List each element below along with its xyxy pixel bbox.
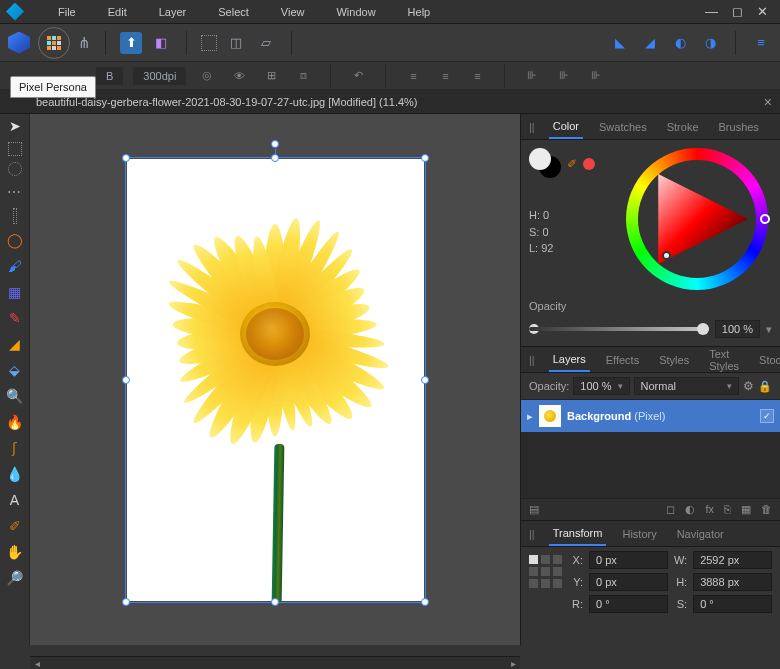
mask-icon[interactable]: ◻ bbox=[666, 503, 675, 516]
minimize-button[interactable]: — bbox=[705, 4, 718, 19]
brush-tool[interactable]: 🖌 bbox=[5, 256, 25, 276]
more-shapes-icon[interactable]: ⋯ bbox=[5, 182, 25, 202]
dpi-value[interactable]: 300dpi bbox=[133, 67, 186, 85]
layer-visible-checkbox[interactable]: ✓ bbox=[760, 409, 774, 423]
distribute-s-icon[interactable]: ⊪ bbox=[585, 65, 607, 87]
align-icon[interactable]: ≡ bbox=[750, 32, 772, 54]
magnify-tool[interactable]: 🔎 bbox=[5, 568, 25, 588]
layer-expand-icon[interactable]: ▸ bbox=[527, 410, 533, 423]
blur-tool[interactable]: 💧 bbox=[5, 464, 25, 484]
smudge-tool[interactable]: ʃ bbox=[5, 438, 25, 458]
tab-layers[interactable]: Layers bbox=[549, 348, 590, 372]
opacity-value[interactable]: 100 % bbox=[715, 320, 760, 338]
color-swatches[interactable] bbox=[529, 148, 563, 180]
trash-icon[interactable]: 🗑 bbox=[761, 503, 772, 516]
align-right-icon[interactable]: ≡ bbox=[466, 65, 488, 87]
menu-edit[interactable]: Edit bbox=[92, 0, 143, 23]
marquee-ellipse-tool[interactable] bbox=[8, 162, 22, 176]
lock-icon[interactable]: 🔒 bbox=[758, 380, 772, 393]
flip-h-icon[interactable]: ◣ bbox=[609, 32, 631, 54]
tab-effects[interactable]: Effects bbox=[602, 349, 643, 371]
tab-stroke[interactable]: Stroke bbox=[663, 116, 703, 138]
lasso-tool[interactable]: ◯ bbox=[5, 230, 25, 250]
tab-styles[interactable]: Styles bbox=[655, 349, 693, 371]
autolevel-icon[interactable]: ◧ bbox=[150, 32, 172, 54]
fx-icon[interactable]: fx bbox=[705, 503, 714, 516]
handle-w[interactable] bbox=[122, 376, 130, 384]
menu-file[interactable]: File bbox=[42, 0, 92, 23]
add-icon[interactable]: ⎘ bbox=[724, 503, 731, 516]
tab-brushes[interactable]: Brushes bbox=[715, 116, 763, 138]
close-button[interactable]: ✕ bbox=[757, 4, 768, 19]
grid-icon[interactable] bbox=[201, 35, 217, 51]
x-field[interactable]: 0 px bbox=[589, 551, 668, 569]
layer-opacity-value[interactable]: 100 %▾ bbox=[573, 377, 629, 395]
opacity-slider[interactable] bbox=[529, 327, 709, 331]
menu-select[interactable]: Select bbox=[202, 0, 265, 23]
canvas[interactable] bbox=[127, 159, 424, 601]
menu-layer[interactable]: Layer bbox=[143, 0, 203, 23]
s-field[interactable]: 0 ° bbox=[693, 595, 772, 613]
rotate-r-icon[interactable]: ◑ bbox=[699, 32, 721, 54]
gear-icon[interactable]: ⚙ bbox=[743, 379, 754, 393]
burn-tool[interactable]: 🔥 bbox=[5, 412, 25, 432]
color-wheel[interactable] bbox=[626, 148, 768, 290]
menu-help[interactable]: Help bbox=[392, 0, 447, 23]
pixel-persona-button[interactable] bbox=[38, 27, 70, 59]
align-center-icon[interactable]: ≡ bbox=[434, 65, 456, 87]
r-field[interactable]: 0 ° bbox=[589, 595, 668, 613]
fill-tool[interactable]: ◢ bbox=[5, 334, 25, 354]
handle-ne[interactable] bbox=[421, 154, 429, 162]
tab-color[interactable]: Color bbox=[549, 115, 583, 139]
grid-tool[interactable]: ▦ bbox=[5, 282, 25, 302]
handle-sw[interactable] bbox=[122, 598, 130, 606]
text-tool[interactable]: A bbox=[5, 490, 25, 510]
marquee-rect-tool[interactable] bbox=[8, 142, 22, 156]
group-icon[interactable]: ▦ bbox=[741, 503, 751, 516]
blend-mode-select[interactable]: Normal▾ bbox=[634, 377, 739, 395]
anchor-selector[interactable] bbox=[529, 555, 562, 588]
distribute-h-icon[interactable]: ⊪ bbox=[521, 65, 543, 87]
h-field[interactable]: 3888 px bbox=[693, 573, 772, 591]
freehand-tool[interactable] bbox=[13, 208, 17, 224]
w-field[interactable]: 2592 px bbox=[693, 551, 772, 569]
upload-icon[interactable]: ⬆ bbox=[120, 32, 142, 54]
tab-swatches[interactable]: Swatches bbox=[595, 116, 651, 138]
canvas-area[interactable] bbox=[30, 114, 520, 645]
tab-b[interactable]: B bbox=[96, 67, 123, 85]
bucket-tool[interactable]: ⬙ bbox=[5, 360, 25, 380]
handle-e[interactable] bbox=[421, 376, 429, 384]
distribute-v-icon[interactable]: ⊪ bbox=[553, 65, 575, 87]
document-close-button[interactable]: × bbox=[764, 94, 772, 110]
flip-v-icon[interactable]: ◢ bbox=[639, 32, 661, 54]
target-icon[interactable]: ◎ bbox=[196, 65, 218, 87]
tab-textstyles[interactable]: Text Styles bbox=[705, 343, 743, 377]
rule-icon[interactable]: ▱ bbox=[255, 32, 277, 54]
horizontal-scrollbar[interactable]: ◂▸ bbox=[30, 656, 520, 669]
tab-stock[interactable]: Stock bbox=[755, 349, 780, 371]
menu-view[interactable]: View bbox=[265, 0, 321, 23]
rotate-l-icon[interactable]: ◐ bbox=[669, 32, 691, 54]
move-tool[interactable]: ➤ bbox=[5, 116, 25, 136]
handle-n[interactable] bbox=[271, 154, 279, 162]
tab-navigator[interactable]: Navigator bbox=[673, 523, 728, 545]
layer-background[interactable]: ▸ Background (Pixel) ✓ bbox=[521, 400, 780, 432]
undo-icon[interactable]: ↶ bbox=[347, 65, 369, 87]
eye-icon[interactable]: 👁 bbox=[228, 65, 250, 87]
maximize-button[interactable]: ◻ bbox=[732, 4, 743, 19]
pen-tool[interactable]: ✎ bbox=[5, 308, 25, 328]
tab-transform[interactable]: Transform bbox=[549, 522, 607, 546]
adjust-icon[interactable]: ◐ bbox=[685, 503, 695, 516]
crop-icon[interactable]: ⧈ bbox=[292, 65, 314, 87]
handle-nw[interactable] bbox=[122, 154, 130, 162]
y-field[interactable]: 0 px bbox=[589, 573, 668, 591]
share-icon[interactable]: ⋔ bbox=[78, 34, 91, 52]
split-icon[interactable]: ◫ bbox=[225, 32, 247, 54]
photo-persona-icon[interactable] bbox=[8, 32, 30, 54]
snap-icon[interactable]: ⊞ bbox=[260, 65, 282, 87]
rotate-handle[interactable] bbox=[271, 140, 279, 148]
zoom-tool[interactable]: 🔍 bbox=[5, 386, 25, 406]
layers-stack-icon[interactable]: ▤ bbox=[529, 503, 539, 516]
eyedropper-tool[interactable]: ✐ bbox=[5, 516, 25, 536]
handle-se[interactable] bbox=[421, 598, 429, 606]
